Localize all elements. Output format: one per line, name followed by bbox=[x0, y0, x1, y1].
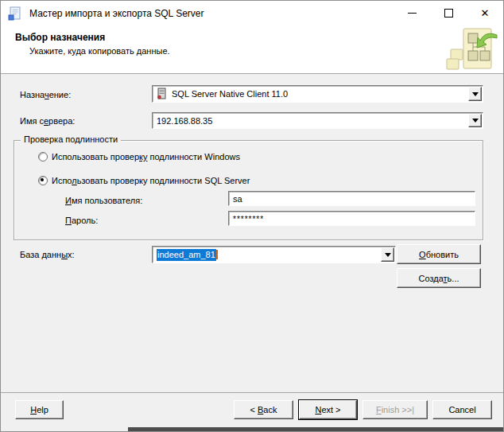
sql-auth-radio[interactable] bbox=[38, 176, 48, 185]
help-button[interactable]: Help bbox=[15, 400, 64, 419]
destination-transform-icon bbox=[444, 27, 498, 73]
window-shadow-edge bbox=[128, 427, 503, 431]
username-input[interactable]: sa bbox=[228, 191, 475, 206]
text-caret bbox=[216, 250, 218, 259]
password-input[interactable]: ******** bbox=[228, 211, 475, 226]
authentication-group-label: Проверка подлинности bbox=[21, 134, 121, 144]
windows-auth-label[interactable]: Использовать проверку подлинности Window… bbox=[52, 152, 240, 162]
destination-label: Назначение: bbox=[20, 90, 71, 99]
window-controls: ✕ bbox=[394, 1, 503, 25]
title-bar[interactable]: Мастер импорта и экспорта SQL Server ✕ bbox=[1, 1, 503, 26]
server-name-value: 192.168.88.35 bbox=[157, 116, 212, 126]
wizard-window: Мастер импорта и экспорта SQL Server ✕ В… bbox=[0, 0, 504, 432]
authentication-groupbox: Проверка подлинности Использовать провер… bbox=[14, 140, 483, 240]
maximize-button[interactable] bbox=[430, 1, 467, 25]
destination-dropdown-button[interactable] bbox=[468, 87, 482, 101]
maximize-icon bbox=[444, 9, 453, 18]
close-icon: ✕ bbox=[481, 8, 490, 18]
wizard-document-icon bbox=[8, 6, 22, 21]
footer-divider bbox=[1, 392, 503, 393]
username-value: sa bbox=[233, 194, 242, 204]
windows-auth-radio[interactable] bbox=[38, 152, 48, 162]
chevron-down-icon bbox=[385, 253, 391, 257]
minimize-button[interactable] bbox=[394, 1, 430, 25]
password-value: ******** bbox=[233, 214, 264, 223]
destination-value: SQL Server Native Client 11.0 bbox=[172, 89, 288, 99]
finish-button[interactable]: Finish >>| bbox=[362, 400, 428, 419]
sql-server-icon bbox=[156, 88, 167, 100]
window-title: Мастер импорта и экспорта SQL Server bbox=[29, 8, 204, 19]
chevron-down-icon bbox=[472, 119, 479, 123]
refresh-button[interactable]: Обновить bbox=[397, 244, 481, 264]
next-button[interactable]: Next > bbox=[299, 400, 357, 419]
wizard-header: Выбор назначения Укажите, куда копироват… bbox=[1, 25, 503, 74]
page-title: Выбор назначения bbox=[15, 32, 105, 43]
sql-auth-label[interactable]: Использовать проверку подлинности SQL Se… bbox=[52, 176, 250, 185]
minimize-icon bbox=[408, 13, 417, 14]
username-label: Имя пользователя: bbox=[65, 196, 142, 205]
password-label: Пароль: bbox=[65, 216, 98, 225]
back-button[interactable]: < Back bbox=[234, 400, 293, 419]
server-name-label: Имя сервера: bbox=[20, 116, 75, 126]
close-button[interactable]: ✕ bbox=[467, 1, 503, 25]
page-subtitle: Укажите, куда копировать данные. bbox=[29, 46, 170, 56]
database-value: indeed_am_81 bbox=[157, 250, 218, 259]
destination-combobox[interactable]: SQL Server Native Client 11.0 bbox=[152, 85, 483, 103]
database-dropdown-button[interactable] bbox=[381, 247, 394, 262]
server-name-combobox[interactable]: 192.168.88.35 bbox=[152, 112, 483, 129]
chevron-down-icon bbox=[472, 92, 479, 96]
create-button[interactable]: Создать... bbox=[397, 268, 481, 288]
cancel-button[interactable]: Cancel bbox=[432, 400, 492, 419]
database-combobox[interactable]: indeed_am_81 bbox=[152, 246, 396, 263]
server-name-dropdown-button[interactable] bbox=[468, 114, 482, 127]
database-label: База данных: bbox=[20, 250, 75, 259]
